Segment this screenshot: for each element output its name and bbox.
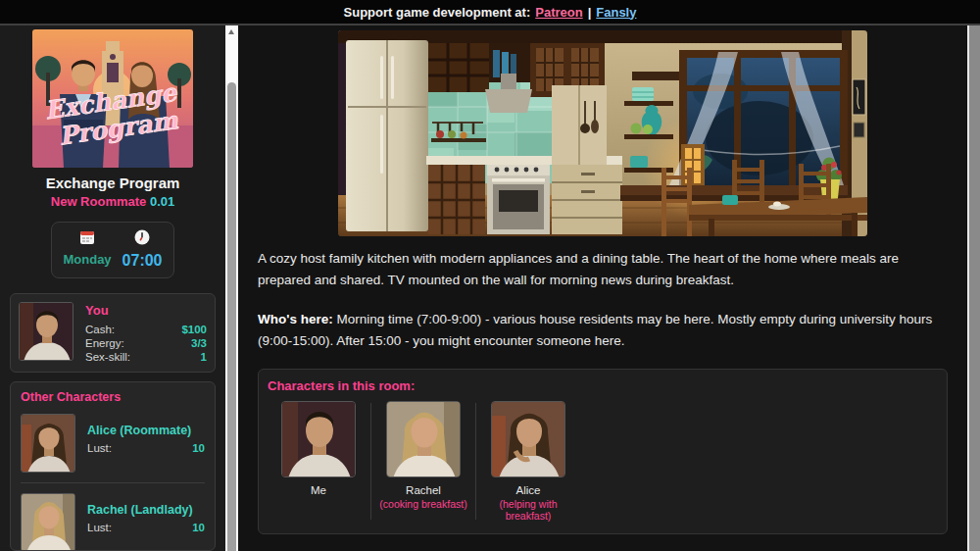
character-entry-rachel[interactable]: Rachel (Landlady) Lust: 10	[21, 489, 205, 551]
character-entry-alice[interactable]: Alice (Roommate) Lust: 10	[21, 410, 205, 480]
player-panel: You Cash: $100 Energy: 3/3 Sex-skill: 1	[10, 293, 216, 373]
room-characters-panel: Characters in this room:	[258, 369, 948, 534]
page-scrollbar[interactable]	[967, 25, 980, 551]
room-card-alice[interactable]: Alice (helping with breakfast)	[476, 401, 580, 522]
time-label: 07:00	[122, 252, 163, 270]
time-widget: Monday 07:00	[51, 222, 174, 278]
player-avatar	[19, 302, 74, 361]
rachel-avatar	[21, 493, 75, 551]
stat-sex-skill: Sex-skill: 1	[85, 350, 207, 364]
game-app: Support game development at: Patreon | F…	[0, 0, 980, 551]
whos-here-label: Who's here:	[258, 312, 333, 326]
rachel-photo	[386, 401, 461, 477]
fansly-link[interactable]: Fansly	[596, 5, 636, 20]
room-card-rachel[interactable]: Rachel (cooking breakfast)	[371, 401, 475, 510]
game-title: Exchange Program	[0, 175, 225, 191]
calendar-icon	[79, 229, 95, 249]
sidebar: Exchange Program Exchange Program New Ro…	[0, 25, 225, 551]
day-label: Monday	[63, 252, 111, 267]
alice-photo	[491, 401, 565, 477]
support-text: Support game development at:	[344, 5, 531, 20]
stat-energy: Energy: 3/3	[85, 336, 207, 350]
room-characters-header: Characters in this room:	[268, 378, 939, 393]
alice-lust-row: Lust: 10	[87, 441, 205, 455]
content-row: Exchange Program Exchange Program New Ro…	[0, 25, 980, 551]
support-bar: Support game development at: Patreon | F…	[0, 0, 980, 25]
divider	[21, 482, 205, 483]
link-separator: |	[588, 5, 592, 20]
version-number: 0.01	[150, 194, 174, 209]
player-name: You	[85, 303, 207, 318]
patreon-link[interactable]: Patreon	[535, 5, 582, 20]
game-version: New Roommate 0.01	[0, 194, 225, 209]
stat-cash: Cash: $100	[85, 323, 207, 336]
me-photo	[281, 401, 356, 477]
location-image-kitchen	[338, 30, 867, 236]
version-label: New Roommate	[51, 194, 147, 209]
rachel-lust-row: Lust: 10	[87, 521, 205, 534]
whos-here-text: Who's here: Morning time (7:00-9:00) - v…	[258, 309, 948, 352]
other-characters-panel: Other Characters	[10, 381, 216, 551]
scroll-up-arrow-icon[interactable]	[228, 29, 234, 34]
room-card-me[interactable]: Me	[267, 401, 370, 498]
sidebar-scrollbar[interactable]	[225, 25, 238, 551]
game-logo-image: Exchange Program	[32, 29, 193, 168]
main-content: A cozy host family kitchen with modern a…	[238, 25, 967, 551]
alice-avatar	[21, 414, 75, 473]
clock-icon	[134, 229, 150, 249]
other-characters-header: Other Characters	[21, 390, 205, 404]
scrollbar-thumb[interactable]	[227, 82, 236, 551]
location-description: A cozy host family kitchen with modern a…	[258, 248, 948, 291]
